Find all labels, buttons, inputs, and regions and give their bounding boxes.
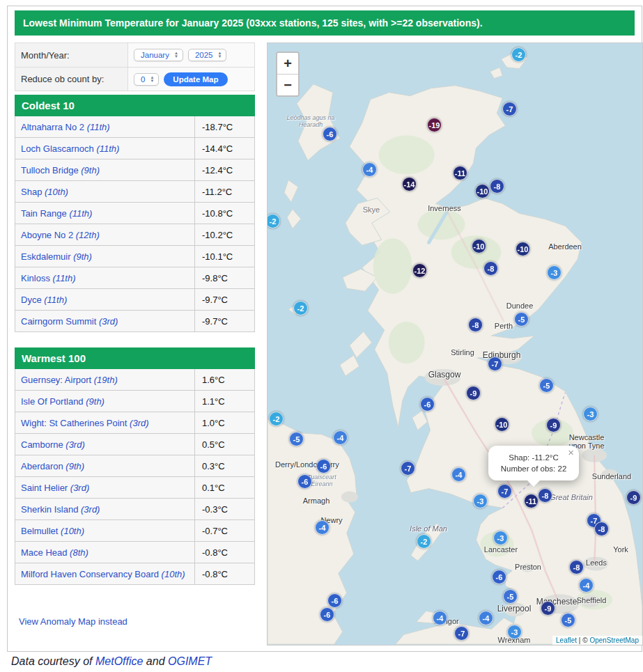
temp-marker[interactable]: -10 — [472, 239, 486, 253]
temp-marker[interactable]: -8 — [490, 179, 504, 194]
temp-marker[interactable]: -10 — [475, 184, 490, 198]
month-select[interactable]: January ▲▼ — [134, 49, 183, 61]
temp-marker[interactable]: -6 — [323, 127, 337, 141]
temp-marker[interactable]: -6 — [316, 459, 331, 474]
leaflet-map[interactable]: Leòdhas agus na HearadhSkyeInvernessAber… — [267, 42, 643, 646]
map-place-label: Leòdhas agus na Hearadh — [285, 114, 336, 128]
temp-marker[interactable]: -11 — [453, 166, 467, 180]
station-cell: Saint Helier (3rd) — [15, 477, 195, 498]
station-cell: Guernsey: Airport (19th) — [15, 369, 195, 390]
station-link[interactable]: Dyce (11th) — [21, 295, 67, 305]
select-arrows-icon: ▲▼ — [217, 52, 222, 58]
station-link[interactable]: Milford Haven Conservancy Board (10th) — [21, 569, 185, 579]
temp-marker[interactable]: -3 — [507, 625, 522, 639]
station-link[interactable]: Belmullet (10th) — [21, 526, 84, 536]
temp-marker[interactable]: -12 — [412, 263, 427, 278]
temp-marker[interactable]: -5 — [539, 378, 554, 393]
temp-marker[interactable]: -2 — [293, 301, 308, 315]
station-link[interactable]: Eskdalemuir (9th) — [21, 251, 92, 262]
temp-marker[interactable]: -6 — [492, 570, 506, 584]
temp-marker[interactable]: -5 — [514, 312, 529, 327]
year-select[interactable]: 2025 ▲▼ — [188, 49, 227, 61]
temp-marker[interactable]: -10 — [495, 417, 509, 432]
temp-marker[interactable]: -5 — [561, 613, 575, 627]
station-link[interactable]: Loch Glascarnoch (11th) — [21, 143, 119, 154]
coldest-rows: Altnaharra No 2 (11th)-18.7°CLoch Glasca… — [15, 116, 255, 332]
station-link[interactable]: Wight: St Catherines Point (3rd) — [21, 418, 149, 428]
temp-marker[interactable]: -9 — [466, 386, 481, 400]
temp-marker[interactable]: -2 — [269, 412, 284, 426]
station-link[interactable]: Tulloch Bridge (9th) — [21, 165, 100, 175]
anomaly-map-link[interactable]: View Anomaly Map instead — [19, 616, 127, 627]
table-row: Loch Glascarnoch (11th)-14.4°C — [15, 138, 255, 159]
zoom-in-button[interactable]: + — [277, 53, 298, 74]
temp-marker[interactable]: -7 — [497, 484, 512, 499]
temp-marker[interactable]: -5 — [289, 432, 304, 446]
station-link[interactable]: Altnaharra No 2 (11th) — [21, 122, 110, 132]
temp-marker[interactable]: -8 — [468, 318, 483, 332]
temp-marker[interactable]: -6 — [297, 474, 312, 489]
temp-marker[interactable]: -2 — [417, 534, 431, 549]
temp-marker[interactable]: -6 — [320, 607, 334, 622]
temp-marker[interactable]: -9 — [541, 601, 555, 616]
station-link[interactable]: Mace Head (8th) — [21, 547, 88, 558]
station-value: -10.2°C — [195, 224, 254, 245]
station-link[interactable]: Isle Of Portland (9th) — [21, 396, 104, 407]
temp-marker[interactable]: -8 — [594, 522, 609, 536]
station-link[interactable]: Aboyne No 2 (12th) — [21, 230, 100, 240]
station-link[interactable]: Sherkin Island (3rd) — [21, 504, 100, 515]
update-map-button[interactable]: Update Map — [164, 72, 227, 86]
temp-marker[interactable]: -11 — [524, 494, 539, 508]
temp-marker[interactable]: -8 — [538, 488, 552, 503]
metoffice-link[interactable]: MetOffice — [95, 655, 143, 667]
station-link[interactable]: Aberdaron (9th) — [21, 461, 84, 471]
temp-marker[interactable]: -19 — [427, 118, 442, 132]
temp-marker[interactable]: -5 — [503, 589, 518, 604]
temp-marker[interactable]: -3 — [473, 494, 488, 508]
station-link[interactable]: Guernsey: Airport (19th) — [21, 375, 118, 385]
temp-marker[interactable]: -7 — [401, 461, 415, 476]
temp-marker[interactable]: -10 — [516, 242, 530, 256]
station-link[interactable]: Tain Range (11th) — [21, 208, 92, 219]
temp-marker[interactable]: -7 — [454, 626, 469, 641]
leaflet-link[interactable]: Leaflet — [556, 636, 577, 644]
temp-marker[interactable]: -3 — [493, 531, 508, 545]
temp-marker[interactable]: -6 — [420, 397, 435, 412]
table-row: Eskdalemuir (9th)-10.1°C — [15, 246, 255, 267]
warmest-table: Warmest 100 Guernsey: Airport (19th)1.6°… — [15, 347, 255, 585]
popup-line1: Shap: -11.2°C — [497, 452, 571, 463]
reduce-select[interactable]: 0 ▲▼ — [134, 73, 159, 86]
station-link[interactable]: Shap (10th) — [21, 187, 68, 197]
temp-marker[interactable]: -7 — [502, 102, 517, 116]
station-link[interactable]: Saint Helier (3rd) — [21, 483, 89, 493]
station-link[interactable]: Cairngorm Summit (3rd) — [21, 316, 118, 327]
station-link[interactable]: Kinloss (11th) — [21, 273, 76, 283]
map-place-label: Leeds — [586, 558, 607, 567]
popup-close-icon[interactable]: × — [568, 447, 574, 458]
station-link[interactable]: Camborne (3rd) — [21, 439, 85, 450]
zoom-out-button[interactable]: − — [277, 74, 298, 95]
ogimet-link[interactable]: OGIMET — [168, 655, 212, 667]
reduce-label: Reduce ob count by: — [15, 68, 128, 91]
temp-marker[interactable]: -4 — [451, 467, 466, 482]
temp-marker[interactable]: -8 — [569, 560, 584, 575]
temp-marker[interactable]: -4 — [362, 162, 377, 177]
map-place-label: Isle of Man — [410, 524, 447, 533]
temp-marker[interactable]: -7 — [488, 357, 502, 371]
temp-marker[interactable]: -4 — [433, 611, 447, 625]
temp-marker[interactable]: -4 — [479, 611, 493, 625]
temp-marker[interactable]: -3 — [547, 265, 561, 280]
temp-marker[interactable]: -9 — [546, 418, 561, 432]
table-row: Kinloss (11th)-9.8°C — [15, 267, 255, 289]
temp-marker[interactable]: -14 — [402, 177, 417, 192]
temp-marker[interactable]: -4 — [315, 520, 330, 535]
coldest-table-header: Coldest 10 — [15, 95, 255, 116]
temp-marker[interactable]: -4 — [579, 578, 594, 593]
temp-marker[interactable]: -4 — [333, 430, 348, 445]
temp-marker[interactable]: -6 — [327, 593, 342, 608]
temp-marker[interactable]: -3 — [583, 407, 598, 421]
temp-marker[interactable]: -9 — [626, 490, 641, 505]
temp-marker[interactable]: -8 — [483, 261, 498, 276]
openstreetmap-link[interactable]: OpenStreetMap — [589, 636, 639, 644]
temp-marker[interactable]: -2 — [511, 47, 526, 62]
